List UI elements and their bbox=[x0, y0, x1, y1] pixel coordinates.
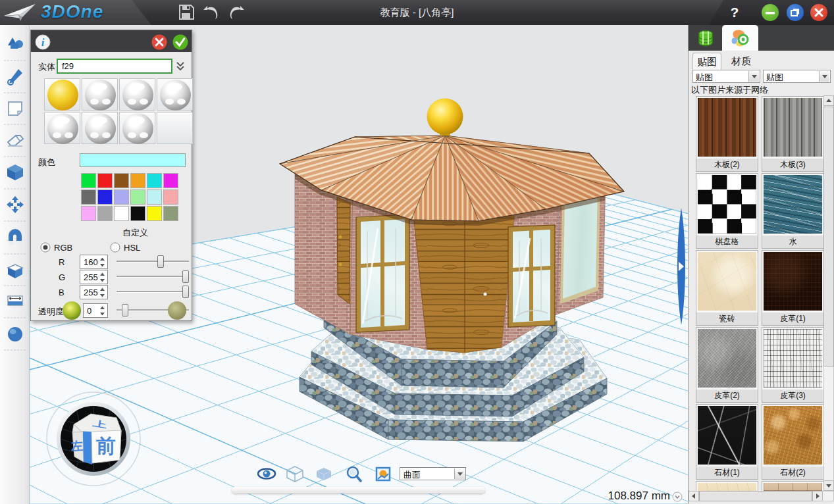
svg-text:左: 左 bbox=[70, 439, 83, 453]
svg-text:前: 前 bbox=[96, 435, 116, 457]
svg-text:i: i bbox=[41, 36, 45, 49]
